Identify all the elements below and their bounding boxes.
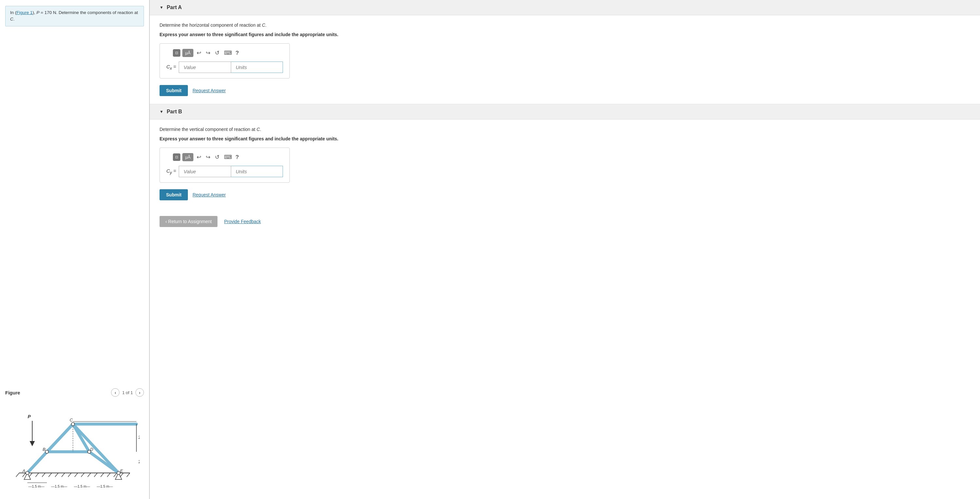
svg-line-22 [47, 424, 73, 452]
part-b-matrix-btn[interactable]: ⊡ [173, 153, 180, 161]
svg-text:—1.5 m—: —1.5 m— [51, 484, 67, 488]
svg-line-14 [100, 473, 104, 477]
svg-text:2 m: 2 m [138, 435, 140, 440]
svg-line-9 [68, 473, 71, 477]
part-a-redo-btn[interactable]: ↪ [204, 49, 212, 57]
svg-line-15 [107, 473, 110, 477]
svg-point-45 [45, 450, 49, 453]
part-b-matrix-icon: ⊡ [175, 155, 178, 159]
figure-nav: ‹ 1 of 1 › [111, 388, 144, 397]
part-b-label: Part B [167, 109, 182, 115]
part-b-redo-btn[interactable]: ↪ [204, 153, 212, 161]
svg-line-17 [120, 473, 123, 477]
svg-point-44 [26, 471, 29, 475]
svg-line-7 [55, 473, 58, 477]
svg-line-16 [114, 473, 117, 477]
part-a-toolbar: ⊡ μÅ ↩ ↪ ↺ ⌨ ? [166, 49, 283, 57]
svg-text:2 m: 2 m [138, 459, 140, 464]
svg-text:—1.5 m—: —1.5 m— [28, 484, 45, 488]
part-a-matrix-btn[interactable]: ⊡ [173, 49, 180, 57]
svg-line-12 [88, 473, 91, 477]
provide-feedback-btn[interactable]: Provide Feedback [224, 219, 261, 224]
part-a-input-row: Cx = [166, 62, 283, 73]
figure-prev-btn[interactable]: ‹ [111, 388, 119, 397]
svg-line-3 [29, 473, 32, 477]
part-b-toolbar: ⊡ μÅ ↩ ↪ ↺ ⌨ ? [166, 153, 283, 161]
part-b-request-answer-btn[interactable]: Request Answer [192, 192, 226, 198]
part-a-units-input[interactable] [231, 62, 283, 73]
return-to-assignment-btn[interactable]: ‹ Return to Assignment [159, 216, 218, 227]
part-b-value-input[interactable] [179, 166, 231, 177]
figure-label-row: Figure ‹ 1 of 1 › [0, 386, 149, 398]
svg-text:P: P [28, 414, 31, 419]
part-b-eq-label: Cy = [166, 168, 176, 175]
svg-text:—1.5 m—: —1.5 m— [74, 484, 90, 488]
part-a-description: Determine the horizontal component of re… [159, 22, 970, 29]
part-b-keyboard-btn[interactable]: ⌨ [223, 153, 234, 161]
part-a-undo-btn[interactable]: ↩ [195, 49, 202, 57]
left-panel: In (Figure 1), P = 170 N. Determine the … [0, 0, 150, 499]
svg-line-18 [127, 473, 130, 477]
svg-line-11 [81, 473, 84, 477]
part-a-answer-box: ⊡ μÅ ↩ ↪ ↺ ⌨ ? Cx = [159, 43, 290, 78]
part-b-submit-btn[interactable]: Submit [159, 189, 188, 200]
svg-line-23 [27, 452, 47, 473]
part-a-header: ▼ Part A [150, 0, 980, 15]
part-b-header: ▼ Part B [150, 104, 980, 120]
part-a-body: Determine the horizontal component of re… [150, 15, 980, 104]
truss-figure: 2 m 2 m —1.5 m— —1.5 m— —1.5 m— —1.5 m— … [10, 401, 140, 493]
part-b-units-input[interactable] [231, 166, 283, 177]
problem-statement: In (Figure 1), P = 170 N. Determine the … [5, 6, 144, 26]
svg-line-28 [73, 424, 119, 473]
right-panel: ▼ Part A Determine the horizontal compon… [150, 0, 980, 499]
part-a-refresh-btn[interactable]: ↺ [213, 49, 221, 57]
figure-label: Figure [5, 390, 20, 395]
svg-line-5 [42, 473, 45, 477]
part-a-help-btn[interactable]: ? [235, 50, 239, 56]
part-a-keyboard-btn[interactable]: ⌨ [223, 49, 234, 57]
svg-line-4 [35, 473, 39, 477]
svg-text:C: C [70, 418, 73, 422]
svg-point-46 [71, 422, 75, 426]
svg-line-13 [94, 473, 97, 477]
bottom-actions: ‹ Return to Assignment Provide Feedback [150, 208, 980, 235]
part-b-description: Determine the vertical component of reac… [159, 126, 970, 133]
part-b-input-row: Cy = [166, 166, 283, 177]
part-b-mu-label: μÅ [185, 155, 191, 159]
svg-text:E: E [120, 469, 123, 473]
svg-point-48 [117, 471, 120, 475]
part-b-refresh-btn[interactable]: ↺ [213, 153, 221, 161]
mu-label: μÅ [185, 51, 191, 55]
part-b-answer-box: ⊡ μÅ ↩ ↪ ↺ ⌨ ? Cy = [159, 148, 290, 183]
part-b-instruction: Express your answer to three significant… [159, 136, 970, 142]
part-a-instruction: Express your answer to three significant… [159, 31, 970, 38]
part-b-help-btn[interactable]: ? [235, 154, 239, 161]
svg-text:B: B [43, 447, 46, 452]
part-a-collapse-icon[interactable]: ▼ [159, 5, 164, 10]
svg-text:—1.5 m—: —1.5 m— [97, 484, 113, 488]
svg-line-1 [16, 473, 19, 477]
figure-area: 2 m 2 m —1.5 m— —1.5 m— —1.5 m— —1.5 m— … [0, 398, 149, 499]
svg-text:A: A [22, 469, 25, 473]
figure-link[interactable]: Figure 1 [17, 10, 33, 15]
part-b-undo-btn[interactable]: ↩ [195, 153, 202, 161]
figure-page: 1 of 1 [122, 390, 133, 395]
svg-point-47 [88, 450, 91, 453]
figure-next-btn[interactable]: › [135, 388, 144, 397]
part-a-label: Part A [167, 5, 182, 10]
matrix-icon: ⊡ [175, 51, 178, 55]
part-a-action-row: Submit Request Answer [159, 85, 970, 96]
svg-line-2 [22, 473, 26, 477]
part-b-collapse-icon[interactable]: ▼ [159, 110, 164, 114]
part-a-submit-btn[interactable]: Submit [159, 85, 188, 96]
part-b-body: Determine the vertical component of reac… [150, 120, 980, 208]
part-a-mu-btn[interactable]: μÅ [182, 49, 193, 57]
part-b-action-row: Submit Request Answer [159, 189, 970, 200]
part-b-mu-btn[interactable]: μÅ [182, 153, 193, 161]
svg-line-6 [49, 473, 52, 477]
svg-line-8 [62, 473, 65, 477]
svg-line-10 [75, 473, 78, 477]
part-a-eq-label: Cx = [166, 64, 176, 71]
part-a-request-answer-btn[interactable]: Request Answer [192, 88, 226, 93]
part-a-value-input[interactable] [179, 62, 231, 73]
